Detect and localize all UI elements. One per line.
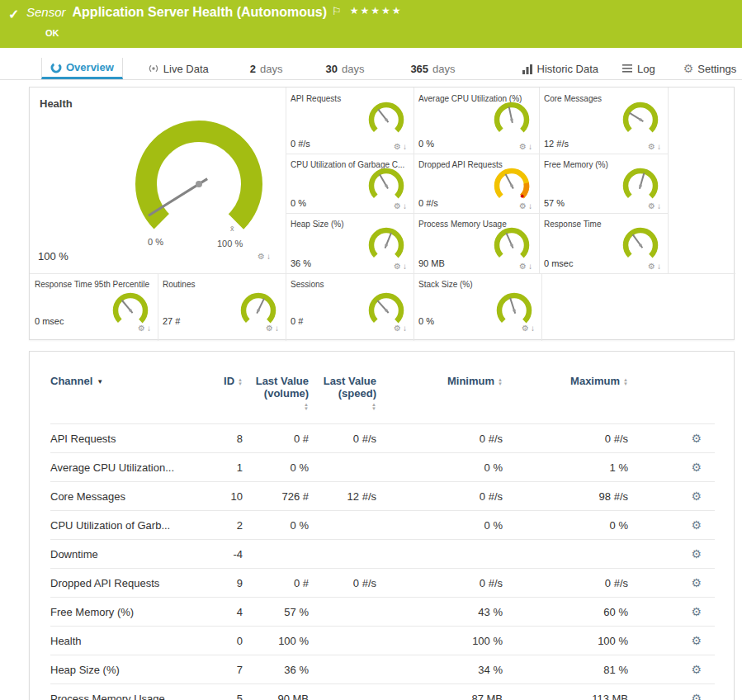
- gauge-download-icon[interactable]: ↓: [403, 324, 409, 333]
- last-value-speed: [310, 627, 378, 655]
- tab-365-days[interactable]: 365 days: [402, 58, 463, 79]
- gauge-cell-process-memory[interactable]: Process Memory Usage 90 MB ⚙↓: [414, 213, 539, 273]
- sort-arrows-icon: ▲▼: [238, 378, 243, 386]
- channel-settings-icon[interactable]: ⚙: [630, 540, 715, 569]
- column-header-maximum[interactable]: Maximum▲▼: [504, 375, 630, 424]
- gauge-title: Stack Size (%): [418, 280, 540, 289]
- gauge-cell-heap-size[interactable]: Heap Size (%) 36 % ⚙↓: [286, 213, 414, 273]
- table-row[interactable]: Downtime -4 ⚙: [50, 540, 715, 569]
- gauge-settings-icon[interactable]: ⚙: [648, 201, 657, 210]
- gauge-settings-icon[interactable]: ⚙: [394, 142, 403, 151]
- channel-settings-icon[interactable]: ⚙: [630, 684, 715, 700]
- tab-30-days[interactable]: 30 days: [317, 58, 372, 79]
- column-header-last-value-speed[interactable]: Last Value (speed)▲▼: [310, 375, 378, 424]
- gauge-settings-icon[interactable]: ⚙: [522, 324, 531, 333]
- gauge-download-icon[interactable]: ↓: [275, 324, 281, 333]
- gauge-download-icon[interactable]: ↓: [267, 252, 272, 261]
- last-value-volume: 90 MB: [244, 684, 310, 700]
- priority-flag-icon[interactable]: ⚐: [332, 5, 342, 17]
- channel-id: 4: [207, 598, 244, 627]
- gauge-cell-gc-cpu[interactable]: CPU Utilization of Garbage C... 0 % ⚙↓: [286, 154, 414, 213]
- last-value-speed: [310, 655, 378, 684]
- table-row[interactable]: Process Memory Usage 5 90 MB 87 MB 113 M…: [50, 684, 715, 700]
- gauge-dial[interactable]: [620, 225, 661, 266]
- tab-historic-data[interactable]: Historic Data: [513, 58, 607, 79]
- channel-settings-icon[interactable]: ⚙: [630, 627, 715, 655]
- gauge-dial[interactable]: [620, 99, 661, 140]
- gauge-settings-icon[interactable]: ⚙: [519, 201, 528, 210]
- tab-live-data[interactable]: Live Data: [139, 58, 217, 79]
- gauge-cell-core-messages[interactable]: Core Messages 12 #/s ⚙↓: [539, 88, 668, 154]
- gauge-cell-free-memory[interactable]: Free Memory (%) 57 % ⚙↓: [539, 154, 668, 213]
- table-row[interactable]: Free Memory (%) 4 57 % 43 % 60 % ⚙: [50, 598, 715, 627]
- table-row[interactable]: CPU Utilization of Garb... 2 0 % 0 % 0 %…: [50, 511, 715, 540]
- gauge-cell-response-time[interactable]: Response Time 0 msec ⚙↓: [539, 213, 668, 273]
- gauge-settings-icon[interactable]: ⚙: [394, 201, 403, 210]
- channel-settings-icon[interactable]: ⚙: [630, 453, 715, 482]
- gauge-download-icon[interactable]: ↓: [528, 201, 534, 210]
- gauge-settings-icon[interactable]: ⚙: [519, 142, 528, 151]
- gauge-settings-icon[interactable]: ⚙: [648, 142, 657, 151]
- column-header-channel[interactable]: Channel▼: [50, 375, 207, 424]
- tab-log[interactable]: Log: [613, 58, 664, 79]
- gauge-cell-rt-95th[interactable]: Response Time 95th Percentile 0 msec ⚙↓: [30, 273, 158, 341]
- gauge-download-icon[interactable]: ↓: [657, 201, 663, 210]
- gauge-download-icon[interactable]: ↓: [147, 324, 153, 333]
- gauge-settings-icon[interactable]: ⚙: [394, 324, 403, 333]
- health-gauge-dial[interactable]: [121, 106, 277, 262]
- gauge-download-icon[interactable]: ↓: [657, 262, 663, 271]
- priority-stars[interactable]: ★★★★★: [350, 5, 403, 17]
- gauge-settings-icon[interactable]: ⚙: [138, 324, 147, 333]
- column-header-minimum[interactable]: Minimum▲▼: [378, 375, 504, 424]
- gauge-cell-avg-cpu[interactable]: Average CPU Utilization (%) 0 % ⚙↓: [414, 88, 539, 154]
- gauge-dial[interactable]: [491, 99, 532, 140]
- tab-2-days[interactable]: 2 days: [242, 58, 291, 79]
- gauge-settings-icon[interactable]: ⚙: [394, 262, 403, 271]
- gauge-settings-icon[interactable]: ⚙: [266, 324, 275, 333]
- gauge-download-icon[interactable]: ↓: [403, 262, 409, 271]
- gauge-dial-warning[interactable]: [491, 165, 532, 206]
- gauge-download-icon[interactable]: ↓: [531, 324, 536, 333]
- table-row[interactable]: API Requests 8 0 # 0 #/s 0 #/s 0 #/s ⚙: [50, 424, 715, 453]
- gauge-dial[interactable]: [620, 165, 661, 206]
- gauge-dial[interactable]: [366, 225, 407, 266]
- gauge-download-icon[interactable]: ↓: [657, 142, 663, 151]
- channel-settings-icon[interactable]: ⚙: [630, 424, 715, 453]
- main-gauge-title: Health: [40, 97, 73, 110]
- channel-settings-icon[interactable]: ⚙: [630, 655, 715, 684]
- channel-settings-icon[interactable]: ⚙: [630, 511, 715, 540]
- gauge-cell-api-requests[interactable]: API Requests 0 #/s ⚙↓: [286, 88, 414, 154]
- channel-settings-icon[interactable]: ⚙: [630, 598, 715, 627]
- gauge-value: 0 msec: [35, 316, 64, 326]
- column-header-id[interactable]: ID▲▼: [207, 375, 244, 424]
- status-ok-icon: ✓: [8, 7, 19, 22]
- gauge-download-icon[interactable]: ↓: [528, 142, 534, 151]
- gauge-cell-stack-size[interactable]: Stack Size (%) 0 % ⚙↓: [414, 273, 541, 341]
- table-row[interactable]: Average CPU Utilization... 1 0 % 0 % 1 %…: [50, 453, 715, 482]
- channel-settings-icon[interactable]: ⚙: [630, 482, 715, 511]
- tab-settings[interactable]: ⚙ Settings: [675, 58, 742, 79]
- gauge-dial[interactable]: [491, 225, 532, 266]
- gauge-download-icon[interactable]: ↓: [528, 262, 534, 271]
- gauge-dial[interactable]: [366, 99, 407, 140]
- channel-id: 7: [207, 655, 244, 684]
- channel-settings-icon[interactable]: ⚙: [630, 569, 715, 598]
- table-row[interactable]: Core Messages 10 726 # 12 #/s 0 #/s 98 #…: [50, 482, 715, 511]
- gauge-cell-dropped-api[interactable]: Dropped API Requests 0 #/s ⚙↓: [414, 154, 539, 213]
- column-header-last-value-volume[interactable]: Last Value (volume)▲▼: [244, 375, 310, 424]
- gauge-dial[interactable]: [366, 165, 407, 206]
- gauge-cell-sessions[interactable]: Sessions 0 # ⚙↓: [286, 273, 414, 341]
- table-row[interactable]: Heap Size (%) 7 36 % 34 % 81 % ⚙: [50, 655, 715, 684]
- gauge-download-icon[interactable]: ↓: [403, 142, 409, 151]
- gauge-cell-routines[interactable]: Routines 27 # ⚙↓: [158, 273, 286, 341]
- tab-overview[interactable]: Overview: [41, 58, 123, 79]
- sort-caret-icon: ▼: [97, 378, 103, 385]
- gauge-settings-icon[interactable]: ⚙: [258, 252, 267, 261]
- gauge-settings-icon[interactable]: ⚙: [648, 262, 657, 271]
- gauge-value: 57 %: [544, 198, 565, 208]
- table-row[interactable]: Dropped API Requests 9 0 # 0 #/s 0 #/s 0…: [50, 569, 715, 598]
- table-row[interactable]: Health 0 100 % 100 % 100 % ⚙: [50, 627, 715, 655]
- gauge-download-icon[interactable]: ↓: [403, 201, 409, 210]
- gauge-settings-icon[interactable]: ⚙: [519, 262, 528, 271]
- channel-table-panel: Channel▼ ID▲▼ Last Value (volume)▲▼ Last…: [29, 351, 735, 700]
